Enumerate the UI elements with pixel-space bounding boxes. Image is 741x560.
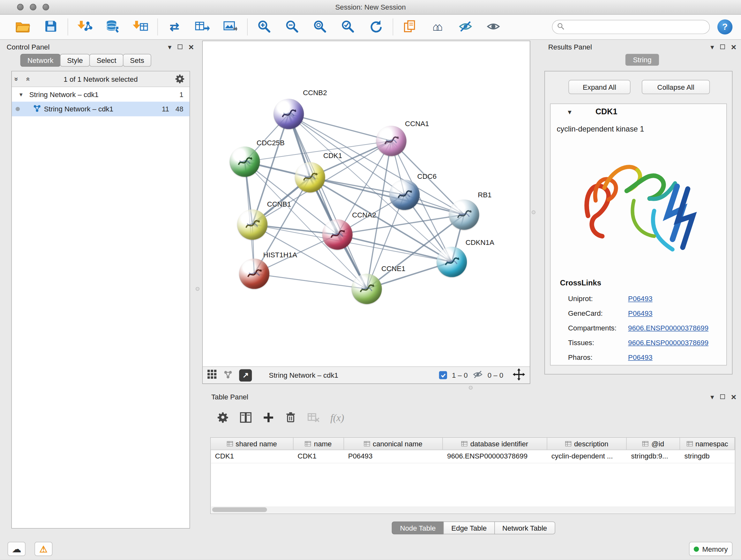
- network-node[interactable]: [322, 219, 353, 250]
- hidden-eye-slash-icon[interactable]: [472, 370, 483, 381]
- save-session-button[interactable]: [42, 17, 59, 37]
- table-cell[interactable]: stringdb:9...: [627, 450, 680, 463]
- maximize-panel-icon[interactable]: [720, 44, 725, 49]
- network-node[interactable]: [449, 199, 479, 230]
- table-cell[interactable]: 9606.ENSP00000378699: [443, 450, 547, 463]
- tab-style[interactable]: Style: [60, 54, 90, 67]
- tab-network-table[interactable]: Network Table: [494, 521, 555, 534]
- show-columns-icon[interactable]: [240, 412, 252, 424]
- maximize-panel-icon[interactable]: [178, 44, 183, 49]
- network-node[interactable]: [352, 273, 382, 304]
- table-cell[interactable]: CDK1: [211, 450, 293, 463]
- search-input[interactable]: [567, 23, 704, 31]
- close-panel-icon[interactable]: ×: [731, 392, 736, 401]
- float-panel-icon[interactable]: ▾: [711, 393, 714, 400]
- float-panel-icon[interactable]: ▾: [168, 43, 172, 50]
- crosslink-value-link[interactable]: 9606.ENSP00000378699: [628, 324, 709, 332]
- string-tab[interactable]: String: [625, 54, 659, 66]
- table-cell[interactable]: P06493: [344, 450, 443, 463]
- close-panel-icon[interactable]: ×: [189, 43, 194, 51]
- search-field[interactable]: [552, 20, 710, 34]
- network-node[interactable]: [237, 209, 267, 240]
- refresh-layout-button[interactable]: [367, 17, 385, 37]
- share-view-icon[interactable]: [223, 370, 232, 381]
- collapse-all-button[interactable]: Collapse All: [642, 80, 710, 94]
- maximize-panel-icon[interactable]: [720, 394, 725, 399]
- tab-edge-table[interactable]: Edge Table: [443, 521, 495, 534]
- function-builder-icon[interactable]: f(x): [330, 412, 344, 424]
- warnings-button[interactable]: ⚠: [35, 542, 52, 556]
- zoom-selected-button[interactable]: [339, 17, 357, 37]
- pan-crosshair-icon[interactable]: [513, 368, 525, 382]
- table-settings-gear-icon[interactable]: [217, 411, 229, 424]
- add-column-plus-icon[interactable]: [263, 412, 274, 424]
- zoom-out-button[interactable]: [283, 17, 301, 37]
- network-collection-row[interactable]: ▼ String Network – cdk1 1: [12, 87, 190, 102]
- open-session-button[interactable]: [14, 17, 31, 37]
- scrollbar-thumb[interactable]: [212, 507, 267, 512]
- expand-all-chevrons-icon[interactable]: «: [24, 77, 32, 81]
- cloud-button[interactable]: ☁: [8, 542, 25, 556]
- import-network-file-button[interactable]: [76, 17, 93, 37]
- network-node[interactable]: [436, 247, 467, 277]
- network-row[interactable]: String Network – cdk1 11 48: [12, 102, 190, 116]
- selected-checkbox-icon[interactable]: [439, 371, 447, 379]
- expand-all-button[interactable]: Expand All: [568, 80, 630, 94]
- tab-node-table[interactable]: Node Table: [392, 521, 444, 534]
- import-table-button[interactable]: [131, 17, 149, 37]
- splitter-handle[interactable]: [469, 386, 473, 389]
- disclosure-triangle-icon[interactable]: ▼: [18, 91, 23, 98]
- network-nodes[interactable]: CCNB2 CCNA1 CDC25B CDK1 CDC6: [203, 41, 530, 367]
- float-panel-icon[interactable]: ▾: [711, 43, 714, 50]
- horizontal-scrollbar[interactable]: [211, 506, 734, 513]
- network-view-panel: CCNB2 CCNA1 CDC25B CDK1 CDC6: [202, 41, 530, 384]
- table-cell[interactable]: cyclin-dependent ...: [547, 450, 627, 463]
- network-from-table-button[interactable]: [193, 17, 211, 37]
- column-header[interactable]: description: [547, 438, 627, 449]
- crosslink-value-link[interactable]: P06493: [628, 353, 653, 361]
- network-node[interactable]: [295, 162, 325, 192]
- column-header[interactable]: shared name: [211, 438, 293, 449]
- column-header[interactable]: canonical name: [344, 438, 443, 449]
- crosslink-value-link[interactable]: P06493: [628, 295, 653, 303]
- network-node[interactable]: [230, 146, 260, 177]
- network-node[interactable]: [389, 180, 420, 210]
- crosslink-value-link[interactable]: 9606.ENSP00000378699: [628, 338, 709, 347]
- tab-sets[interactable]: Sets: [123, 54, 151, 67]
- close-panel-icon[interactable]: ×: [731, 43, 736, 51]
- column-header[interactable]: database identifier: [443, 438, 547, 449]
- home-button[interactable]: ⌂⌂: [428, 17, 447, 37]
- network-node[interactable]: [376, 126, 407, 156]
- splitter-handle[interactable]: [532, 210, 536, 214]
- export-image-button[interactable]: [221, 17, 239, 37]
- column-header[interactable]: name: [293, 438, 344, 449]
- zoom-fit-button[interactable]: [311, 17, 329, 37]
- tab-select[interactable]: Select: [89, 54, 123, 67]
- new-network-button[interactable]: ⇄: [165, 17, 183, 37]
- splitter-handle[interactable]: [196, 287, 199, 291]
- delete-column-trash-icon[interactable]: [285, 411, 296, 424]
- import-network-database-button[interactable]: [104, 17, 121, 37]
- zoom-in-button[interactable]: [255, 17, 273, 37]
- column-header[interactable]: @id: [627, 438, 680, 449]
- network-node[interactable]: [239, 259, 269, 289]
- table-cell[interactable]: stringdb: [680, 450, 735, 463]
- hide-graphics-button[interactable]: [457, 17, 475, 37]
- column-header[interactable]: namespac: [680, 438, 735, 449]
- grid-view-icon[interactable]: [207, 370, 217, 381]
- crosslink-value-link[interactable]: P06493: [628, 309, 653, 317]
- open-in-new-window-button[interactable]: ↗: [239, 369, 252, 381]
- disclosure-triangle-icon[interactable]: ▼: [567, 109, 573, 116]
- table-cell[interactable]: CDK1: [293, 450, 344, 463]
- collapse-all-chevrons-icon[interactable]: »: [12, 77, 20, 81]
- network-canvas[interactable]: CCNB2 CCNA1 CDC25B CDK1 CDC6: [203, 41, 530, 367]
- network-options-gear-icon[interactable]: [175, 74, 185, 85]
- network-node[interactable]: [273, 99, 304, 129]
- show-graphics-button[interactable]: [484, 17, 502, 37]
- tab-network[interactable]: Network: [20, 54, 61, 67]
- copy-document-button[interactable]: [401, 17, 419, 37]
- help-button[interactable]: ?: [718, 19, 732, 35]
- section-header[interactable]: ▼ CDK1: [550, 104, 726, 121]
- table-row[interactable]: CDK1CDK1P064939606.ENSP00000378699cyclin…: [211, 450, 735, 463]
- memory-button[interactable]: Memory: [689, 542, 732, 556]
